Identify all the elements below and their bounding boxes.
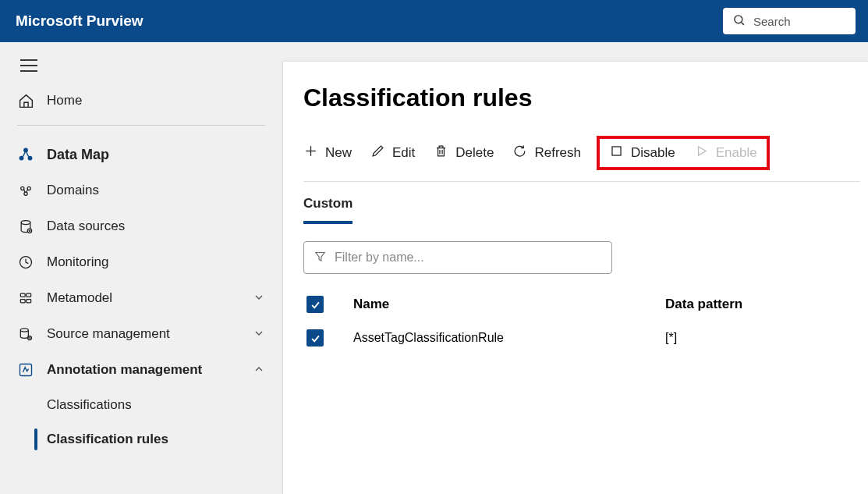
sidebar-item-metamodel[interactable]: Metamodel bbox=[0, 280, 282, 316]
button-label: Delete bbox=[455, 145, 494, 161]
search-input[interactable] bbox=[753, 15, 846, 28]
filter-input[interactable] bbox=[335, 251, 602, 265]
enable-icon bbox=[694, 144, 709, 162]
table-row[interactable]: AssetTagClassificationRule [*] bbox=[303, 322, 860, 354]
hamburger-button[interactable] bbox=[0, 52, 282, 83]
sidebar-item-label: Annotation management bbox=[47, 362, 253, 378]
sidebar-datamap-label: Data Map bbox=[47, 147, 267, 163]
sidebar-item-monitoring[interactable]: Monitoring bbox=[0, 244, 282, 280]
button-label: Edit bbox=[392, 145, 415, 161]
monitoring-icon bbox=[17, 254, 34, 271]
svg-marker-31 bbox=[316, 252, 324, 261]
sidebar-item-label: Monitoring bbox=[47, 254, 267, 270]
edit-icon bbox=[370, 144, 385, 162]
edit-button[interactable]: Edit bbox=[370, 144, 415, 162]
svg-line-1 bbox=[742, 22, 744, 24]
toolbar: New Edit Delete bbox=[303, 136, 860, 182]
table-header: Name Data pattern bbox=[303, 288, 860, 322]
sidebar-sub-label: Classifications bbox=[47, 397, 132, 413]
body: Home Data Map Domains bbox=[0, 42, 868, 494]
sidebar-item-annotation-management[interactable]: Annotation management bbox=[0, 352, 282, 388]
refresh-icon bbox=[512, 144, 527, 162]
col-data-pattern: Data pattern bbox=[665, 297, 857, 312]
plus-icon bbox=[303, 144, 318, 162]
chevron-up-icon bbox=[253, 363, 267, 377]
button-label: New bbox=[325, 145, 352, 161]
sidebar-item-label: Metamodel bbox=[47, 290, 253, 306]
sidebar-item-datasources[interactable]: Data sources bbox=[0, 208, 282, 244]
main-panel: Classification rules New bbox=[282, 61, 868, 494]
chevron-down-icon bbox=[253, 327, 267, 341]
svg-line-9 bbox=[27, 152, 29, 157]
home-icon bbox=[17, 92, 34, 109]
highlight-box: Disable Enable bbox=[597, 136, 770, 170]
svg-point-12 bbox=[24, 192, 27, 195]
tab-label: Custom bbox=[303, 196, 353, 211]
svg-point-7 bbox=[23, 148, 28, 153]
sidebar-item-label: Domains bbox=[47, 183, 267, 198]
delete-button[interactable]: Delete bbox=[434, 144, 494, 162]
svg-point-13 bbox=[21, 221, 30, 225]
refresh-button[interactable]: Refresh bbox=[512, 144, 581, 162]
domains-icon bbox=[17, 182, 34, 199]
page-title: Classification rules bbox=[303, 84, 860, 112]
annotation-icon bbox=[17, 361, 34, 378]
delete-icon bbox=[434, 144, 448, 162]
filter-box[interactable] bbox=[303, 241, 612, 274]
chevron-down-icon bbox=[253, 291, 267, 305]
svg-rect-21 bbox=[27, 300, 31, 303]
svg-rect-18 bbox=[20, 293, 25, 297]
svg-rect-20 bbox=[20, 300, 25, 303]
svg-marker-30 bbox=[698, 147, 706, 155]
tabs: Custom bbox=[303, 196, 860, 224]
new-button[interactable]: New bbox=[303, 144, 352, 162]
cell-data-pattern: [*] bbox=[665, 331, 857, 345]
sidebar-divider bbox=[17, 125, 265, 126]
svg-line-8 bbox=[23, 152, 25, 157]
datasources-icon bbox=[17, 218, 34, 235]
sourcemgmt-icon bbox=[17, 325, 34, 343]
svg-point-0 bbox=[735, 15, 742, 23]
button-label: Disable bbox=[631, 145, 675, 161]
tab-custom[interactable]: Custom bbox=[303, 196, 353, 224]
sidebar-sub-classification-rules[interactable]: Classification rules bbox=[0, 422, 282, 457]
sidebar-home-label: Home bbox=[47, 93, 267, 108]
sidebar-sub-label: Classification rules bbox=[47, 432, 168, 447]
select-all-checkbox[interactable] bbox=[306, 296, 324, 313]
enable-button: Enable bbox=[694, 144, 757, 162]
disable-icon bbox=[609, 144, 624, 162]
brand-label: Microsoft Purview bbox=[16, 12, 143, 30]
svg-rect-29 bbox=[612, 147, 621, 155]
sidebar-item-label: Source management bbox=[47, 326, 253, 342]
button-label: Enable bbox=[716, 145, 757, 161]
col-name: Name bbox=[353, 297, 665, 312]
disable-button[interactable]: Disable bbox=[609, 144, 675, 162]
search-icon bbox=[732, 13, 746, 30]
sidebar-home[interactable]: Home bbox=[0, 83, 282, 119]
svg-rect-24 bbox=[20, 364, 32, 376]
sidebar-item-domains[interactable]: Domains bbox=[0, 172, 282, 208]
global-search[interactable] bbox=[723, 8, 856, 34]
svg-rect-19 bbox=[27, 293, 31, 297]
button-label: Refresh bbox=[534, 145, 581, 161]
datamap-icon bbox=[17, 146, 34, 163]
sidebar: Home Data Map Domains bbox=[0, 42, 282, 494]
filter-icon bbox=[314, 250, 327, 266]
svg-point-22 bbox=[20, 329, 28, 332]
metamodel-icon bbox=[17, 290, 34, 307]
app-header: Microsoft Purview bbox=[0, 0, 868, 42]
sidebar-item-source-management[interactable]: Source management bbox=[0, 316, 282, 352]
rules-table: Name Data pattern AssetTagClassification… bbox=[303, 288, 860, 354]
sidebar-datamap[interactable]: Data Map bbox=[0, 137, 282, 172]
row-checkbox[interactable] bbox=[306, 329, 324, 347]
sidebar-sub-classifications[interactable]: Classifications bbox=[0, 388, 282, 422]
sidebar-item-label: Data sources bbox=[47, 219, 267, 234]
cell-name: AssetTagClassificationRule bbox=[353, 331, 665, 345]
